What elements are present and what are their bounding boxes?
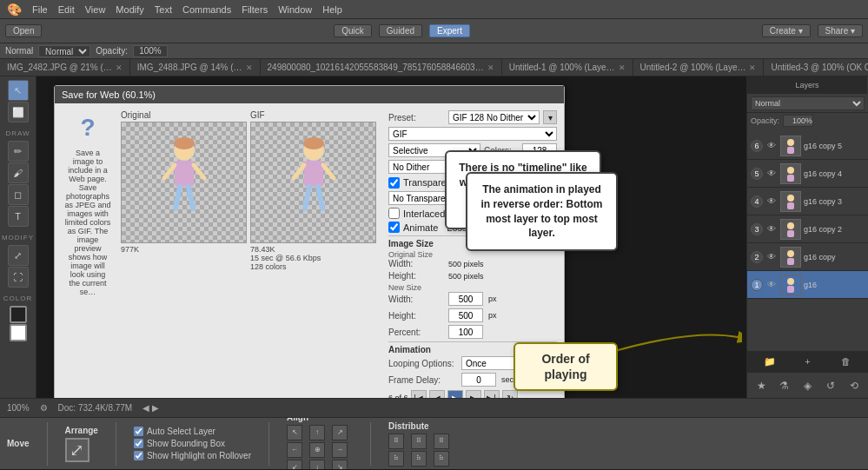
move-tool[interactable]: ↖ [8, 80, 29, 101]
share-button[interactable]: Share ▾ [818, 24, 863, 37]
align-top-center-btn[interactable]: ↑ [309, 425, 325, 440]
frame-first-btn[interactable]: |◀ [411, 390, 427, 398]
layer-item-4[interactable]: 4 👁 g16 copy 3 [747, 188, 868, 215]
menu-window[interactable]: Window [278, 4, 312, 15]
preset-select[interactable]: GIF 128 No Dither [448, 110, 540, 124]
layer-eye-3[interactable]: 👁 [765, 223, 778, 235]
open-button[interactable]: Open [5, 24, 42, 37]
tab-img2488[interactable]: IMG_2488.JPG @ 14% (… ✕ [130, 59, 261, 76]
pen-tool[interactable]: ✏ [8, 141, 29, 162]
dist-bottom-btn[interactable]: ⠿ [434, 434, 449, 449]
dist-top-btn[interactable]: ⠿ [388, 434, 404, 449]
select-tool[interactable]: ⬜ [8, 102, 29, 122]
format-select[interactable]: GIF [388, 127, 557, 141]
expert-button[interactable]: Expert [429, 24, 470, 37]
align-top-right-btn[interactable]: ↗ [332, 425, 348, 440]
new-layer-btn[interactable]: + [799, 354, 815, 369]
layer-item-5[interactable]: 5 👁 g16 copy 4 [747, 160, 868, 188]
bounding-box-checkbox[interactable] [134, 439, 143, 448]
layer-eye-6[interactable]: 👁 [765, 140, 778, 152]
quick-button[interactable]: Quick [334, 24, 372, 37]
transparency-checkbox[interactable] [388, 177, 400, 189]
menu-view[interactable]: View [85, 4, 106, 15]
menu-edit[interactable]: Edit [58, 4, 75, 15]
nav-arrows[interactable]: ◀ ▶ [142, 403, 159, 413]
dist-left-btn[interactable]: ⠷ [388, 451, 404, 467]
arrange-icon[interactable]: ⤢ [65, 438, 89, 462]
align-mid-left-btn[interactable]: ← [287, 442, 302, 458]
gear-icon[interactable]: ⚙ [40, 403, 48, 413]
frame-next-btn[interactable]: ▶ [466, 390, 481, 398]
align-bot-center-btn[interactable]: ↓ [309, 460, 325, 470]
frame-play-btn[interactable]: ▶ [447, 390, 463, 398]
menu-help[interactable]: Help [322, 4, 342, 15]
tab-img2482[interactable]: IMG_2482.JPG @ 21% (… ✕ [0, 59, 130, 76]
frame-prev-btn[interactable]: ◀ [429, 390, 445, 398]
auto-select-checkbox[interactable] [134, 427, 143, 436]
styles-btn[interactable]: ◈ [798, 375, 817, 396]
tab-untitled1[interactable]: Untitled-1 @ 100% (Laye… ✕ [502, 59, 633, 76]
tab-close-2[interactable]: ✕ [487, 63, 494, 72]
transform-tool[interactable]: ⤢ [8, 245, 29, 266]
frame-last-btn[interactable]: ▶| [484, 390, 500, 398]
history-btn[interactable]: ↺ [822, 375, 840, 396]
tab-close-4[interactable]: ✕ [749, 63, 756, 72]
layer-eye-1[interactable]: 👁 [765, 279, 778, 291]
layer-eye-4[interactable]: 👁 [765, 195, 778, 208]
tab-close-3[interactable]: ✕ [619, 63, 626, 72]
layer-item-1[interactable]: 1 👁 g16 [747, 271, 868, 299]
dist-right-btn[interactable]: ⠷ [434, 451, 449, 467]
layer-eye-5[interactable]: 👁 [765, 168, 778, 180]
filters-btn[interactable]: ⚗ [776, 375, 794, 396]
text-tool[interactable]: T [8, 206, 29, 227]
width-unit: px [488, 295, 497, 303]
menu-text[interactable]: Text [155, 4, 172, 15]
dist-hc-btn[interactable]: ⠷ [411, 451, 427, 467]
frame-loop-btn[interactable]: ↻ [502, 390, 518, 398]
panel-tab-layers[interactable]: Layers [747, 76, 868, 94]
align-top-left-btn[interactable]: ↖ [287, 425, 302, 440]
new-height-input[interactable] [448, 308, 483, 322]
layer-item-3[interactable]: 3 👁 g16 copy 2 [747, 215, 868, 243]
menu-filters[interactable]: Filters [242, 4, 268, 15]
svg-rect-20 [787, 202, 794, 209]
align-bot-right-btn[interactable]: ↘ [332, 460, 348, 470]
brush-tool[interactable]: 🖌 [8, 162, 29, 183]
layer-item-2[interactable]: 2 👁 g16 copy [747, 243, 868, 271]
opacity-input[interactable] [133, 45, 168, 57]
tab-close-1[interactable]: ✕ [246, 63, 253, 72]
frame-delay-input[interactable] [461, 373, 496, 387]
create-button[interactable]: Create ▾ [762, 24, 811, 37]
layer-item-6[interactable]: 6 👁 g16 copy 5 [747, 132, 868, 160]
preset-menu-btn[interactable]: ▾ [543, 110, 557, 124]
dist-vc-btn[interactable]: ⠿ [411, 434, 427, 449]
highlight-checkbox[interactable] [134, 451, 143, 460]
new-width-input[interactable] [448, 292, 483, 306]
tab-untitled3[interactable]: Untitled-3 @ 100% (OK C… ✕ [764, 59, 868, 76]
align-bot-left-btn[interactable]: ↙ [287, 460, 302, 470]
menu-modify[interactable]: Modify [116, 4, 143, 15]
layer-opacity-input[interactable] [783, 115, 813, 127]
layer-eye-2[interactable]: 👁 [765, 251, 778, 263]
new-group-btn[interactable]: 📁 [762, 354, 778, 369]
layer-blend-select[interactable]: Normal [751, 96, 865, 110]
menu-file[interactable]: File [32, 4, 48, 15]
delete-layer-btn[interactable]: 🗑 [838, 354, 853, 369]
menu-commands[interactable]: Commands [182, 4, 231, 15]
eraser-tool[interactable]: ◻ [8, 184, 29, 205]
tab-249800080[interactable]: 249800080_10216142055583849_785176058846… [261, 59, 502, 76]
tab-close-0[interactable]: ✕ [116, 63, 123, 72]
background-color[interactable] [10, 324, 27, 341]
foreground-color[interactable] [10, 306, 27, 323]
crop-tool[interactable]: ⛶ [8, 267, 29, 288]
blend-mode-select[interactable]: Normal [38, 45, 90, 57]
animate-checkbox[interactable] [388, 222, 400, 233]
effects-btn[interactable]: ★ [752, 375, 771, 396]
tab-untitled2[interactable]: Untitled-2 @ 100% (Laye… ✕ [633, 59, 765, 76]
interlaced-checkbox[interactable] [388, 208, 400, 219]
align-mid-right-btn[interactable]: → [332, 442, 348, 458]
percent-input[interactable] [448, 325, 483, 339]
undo-btn[interactable]: ⟲ [845, 375, 863, 396]
align-mid-center-btn[interactable]: ⊕ [309, 442, 325, 458]
guided-button[interactable]: Guided [379, 24, 422, 37]
